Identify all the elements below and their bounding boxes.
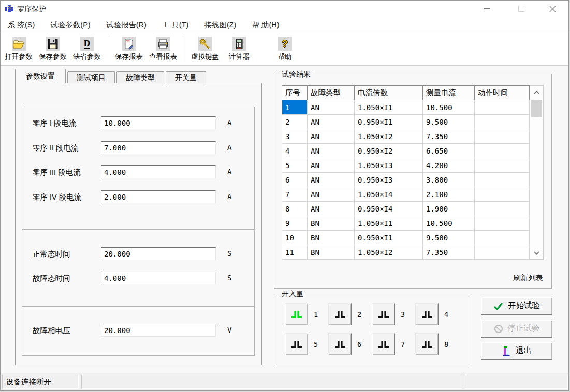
switch-contact-icon [290, 339, 303, 350]
save-report-button[interactable]: EXL 保存报表 [112, 34, 146, 64]
tab-switching-values[interactable]: 开关量 [166, 71, 206, 83]
normal-state-time-input[interactable] [101, 247, 216, 260]
calculator-icon [232, 37, 246, 51]
field-row: 正常态时间 S [22, 247, 254, 261]
menu-help[interactable]: 帮 助(H) [252, 20, 279, 30]
cell [475, 144, 530, 158]
table-row[interactable]: 2 AN 0.950×I1 9.500 [282, 115, 530, 129]
stop-test-button[interactable]: 停止试验 [481, 320, 552, 338]
menu-tools[interactable]: 工 具(T) [162, 20, 189, 30]
virtual-keyboard-button[interactable]: 虚拟键盘 [188, 34, 222, 64]
voltage-settings-group: 故障相电压 V [22, 306, 255, 356]
view-report-button[interactable]: 查看报表 [146, 34, 180, 64]
column-header-index[interactable]: 序号 [282, 86, 308, 100]
field-unit: A [227, 168, 231, 176]
cell: 2.100 [423, 187, 475, 202]
minimize-icon [484, 8, 490, 9]
group-title: 开入量 [280, 290, 305, 299]
binary-input-group: 开入量 1 2 3 [274, 294, 472, 366]
table-row[interactable]: 10 BN 0.950×I1 9.500 [282, 231, 530, 245]
toolbar-label: 保存参数 [39, 52, 67, 62]
cell: 4.200 [423, 158, 475, 173]
titlebar: 零序保护 [1, 1, 568, 17]
open-params-button[interactable]: 打开参数 [2, 34, 36, 64]
table-row[interactable]: 6 AN 0.950×I3 3.800 [282, 173, 530, 187]
menu-test-report[interactable]: 试验报告(R) [106, 20, 147, 30]
cell: BN [308, 231, 355, 245]
switch-button-5[interactable] [285, 333, 308, 355]
fault-state-time-input[interactable] [101, 272, 216, 284]
fault-phase-voltage-input[interactable] [101, 324, 216, 337]
table-row[interactable]: 8 AN 0.950×I4 1.900 [282, 202, 530, 216]
binary-input-row: 1 2 3 4 [285, 303, 459, 325]
table-row[interactable]: 9 BN 1.050×I1 10.500 [282, 216, 530, 231]
maximize-button[interactable] [509, 1, 533, 17]
menu-system[interactable]: 系 统(S) [8, 20, 35, 30]
group-title: 试验结果 [280, 70, 313, 79]
time-settings-group: 正常态时间 S 故障态时间 S [22, 229, 255, 307]
zero-seq-I-current-input[interactable] [101, 116, 216, 129]
table-row[interactable]: 3 AN 1.050×I2 7.350 [282, 129, 530, 144]
save-report-icon: EXL [122, 37, 136, 51]
field-unit: A [227, 143, 231, 152]
cell [475, 173, 530, 187]
cell: AN [308, 202, 355, 216]
field-unit: S [227, 274, 231, 282]
cell: 10 [282, 231, 308, 245]
switch-button-8[interactable] [415, 333, 439, 355]
start-test-button[interactable]: 开始试验 [481, 297, 552, 315]
switch-number: 4 [444, 310, 448, 319]
stop-test-label: 停止试验 [508, 323, 540, 334]
zero-seq-II-current-input[interactable] [101, 141, 216, 154]
cell: AN [308, 173, 355, 187]
exit-button[interactable]: 退出 [481, 342, 552, 360]
save-params-button[interactable]: 保存参数 [36, 34, 70, 64]
zero-seq-IV-current-input[interactable] [101, 190, 216, 203]
toolbar-label: 缺省参数 [73, 52, 101, 62]
column-header-fault-type[interactable]: 故障类型 [308, 86, 355, 100]
menu-wiring-diagram[interactable]: 接线图(Z) [204, 20, 236, 30]
cell: 1.050×I1 [355, 100, 423, 115]
default-params-button[interactable]: D 缺省参数 [70, 34, 104, 64]
close-button[interactable] [540, 1, 564, 17]
switch-button-1[interactable] [285, 303, 308, 325]
table-row[interactable]: 5 AN 1.050×I3 4.200 [282, 158, 530, 173]
tab-fault-types[interactable]: 故障类型 [116, 71, 164, 83]
tab-parameter-settings[interactable]: 参数设置 [15, 69, 66, 83]
scroll-up-icon[interactable] [530, 86, 543, 98]
refresh-list-link[interactable]: 刷新列表 [513, 273, 543, 283]
window-title: 零序保护 [17, 1, 46, 17]
field-unit: A [227, 192, 231, 201]
scroll-down-icon[interactable] [530, 247, 543, 259]
tab-test-items[interactable]: 测试项目 [67, 71, 115, 83]
menu-test-parameters[interactable]: 试验参数(P) [50, 20, 90, 30]
switch-button-4[interactable] [415, 303, 439, 325]
vertical-scrollbar[interactable] [530, 85, 544, 260]
cell: 10.500 [423, 216, 475, 231]
cell: 1.050×I3 [355, 158, 423, 173]
switch-button-2[interactable] [328, 303, 352, 325]
column-header-measured-current[interactable]: 测量电流 [423, 86, 475, 100]
device-status: 设备连接断开 [2, 375, 79, 389]
switch-button-7[interactable] [372, 333, 395, 355]
table-row[interactable]: 1 AN 1.050×I1 10.500 [282, 100, 530, 115]
switch-button-3[interactable] [372, 303, 395, 325]
open-folder-icon [12, 37, 26, 51]
switch-button-6[interactable] [328, 333, 352, 355]
cell [475, 100, 530, 115]
zero-seq-III-current-input[interactable] [101, 165, 216, 178]
field-unit: V [227, 326, 231, 334]
help-button[interactable]: ? 帮助 [268, 34, 302, 64]
app-window: 零序保护 系 统(S) 试验参数(P) 试验报告(R) 工 具(T) 接线图(Z… [0, 0, 569, 391]
binary-input-cell: 4 [415, 303, 459, 325]
table-row[interactable]: 4 AN 0.950×I2 6.650 [282, 144, 530, 158]
cell: AN [308, 115, 355, 129]
column-header-action-time[interactable]: 动作时间 [475, 86, 530, 100]
column-header-current-multiple[interactable]: 电流倍数 [355, 86, 423, 100]
calculator-button[interactable]: 计算器 [222, 34, 256, 64]
scrollbar-thumb[interactable] [531, 100, 542, 117]
table-row[interactable]: 7 AN 1.050×I4 2.100 [282, 187, 530, 202]
table-row[interactable]: 11 BN 1.050×I2 7.350 [282, 245, 530, 260]
minimize-button[interactable] [475, 1, 499, 17]
switch-number: 3 [401, 310, 405, 319]
